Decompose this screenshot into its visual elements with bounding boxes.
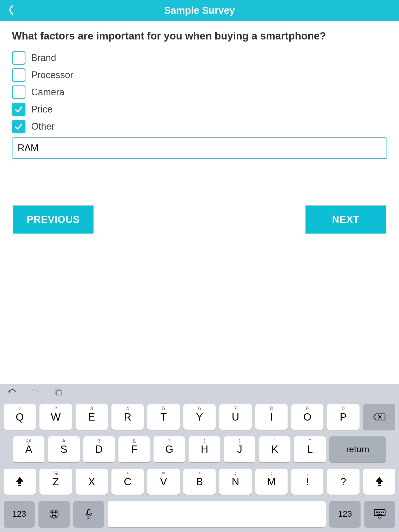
check-icon (14, 122, 23, 131)
shift-icon (15, 476, 24, 487)
key-sub: " (309, 438, 311, 444)
numbers-key-right[interactable]: 123 (329, 501, 361, 527)
options-list: BrandProcessorCameraPriceOther (12, 51, 387, 133)
backspace-key[interactable] (363, 404, 395, 430)
key-sub: % (54, 470, 58, 476)
key-l[interactable]: "L (294, 436, 325, 462)
key-sub: 8 (270, 405, 273, 411)
checkbox[interactable] (12, 103, 25, 116)
space-key[interactable] (108, 501, 326, 527)
mic-key[interactable] (73, 501, 104, 527)
key-sub: 1 (18, 405, 21, 411)
previous-button[interactable]: PREVIOUS (13, 205, 94, 234)
checkbox[interactable] (12, 51, 25, 65)
option-row: Price (12, 103, 387, 116)
key-sub: ; (235, 470, 236, 476)
return-key[interactable]: return (329, 436, 386, 462)
mic-icon (85, 509, 92, 519)
survey-content: What factors are important for you when … (0, 21, 399, 243)
key-main: E (88, 411, 95, 423)
clipboard-icon[interactable] (54, 388, 62, 397)
keyboard-row-1: 1Q2W3E4R5T6Y7U8I9O0P (4, 404, 395, 430)
key-c[interactable]: +C (111, 469, 144, 495)
key-r[interactable]: 4R (111, 404, 144, 430)
key-y[interactable]: 6Y (183, 404, 216, 430)
key-e[interactable]: 3E (76, 404, 108, 430)
key-i[interactable]: 8I (255, 404, 288, 430)
key-s[interactable]: #S (48, 436, 79, 462)
key-sub: 2 (54, 405, 57, 411)
key-g[interactable]: *G (154, 436, 185, 462)
svg-rect-20 (383, 512, 384, 513)
globe-key[interactable] (38, 501, 70, 527)
key-z[interactable]: %Z (39, 469, 72, 495)
key-w[interactable]: 2W (39, 404, 72, 430)
key-sub: . (343, 470, 344, 476)
key-j[interactable]: )J (224, 436, 255, 462)
key-o[interactable]: 9O (291, 404, 323, 430)
key-sub: = (162, 470, 165, 476)
svg-rect-15 (383, 511, 384, 511)
key-main: A (25, 443, 32, 455)
key-main: K (271, 443, 278, 455)
key-b[interactable]: /B (183, 469, 216, 495)
key-main: V (160, 476, 167, 488)
key-x[interactable]: -X (76, 469, 108, 495)
key-f[interactable]: &F (118, 436, 150, 462)
keyboard-toolbar (0, 384, 399, 401)
redo-icon[interactable] (31, 388, 40, 396)
key-main: Z (52, 476, 59, 488)
backspace-icon (373, 413, 385, 421)
shift-key-right[interactable] (363, 469, 395, 495)
key-?[interactable]: .? (327, 469, 359, 495)
svg-rect-19 (381, 512, 382, 513)
key-v[interactable]: =V (147, 469, 179, 495)
option-label: Brand (31, 52, 56, 63)
next-button[interactable]: NEXT (305, 205, 386, 234)
key-main: N (232, 476, 239, 488)
checkbox[interactable] (12, 68, 25, 82)
key-q[interactable]: 1Q (4, 404, 36, 430)
nav-buttons: PREVIOUS NEXT (12, 205, 387, 234)
option-label: Processor (31, 70, 73, 81)
svg-rect-7 (88, 509, 90, 515)
app-header: Sample Survey (0, 0, 399, 21)
option-row: Brand (12, 51, 387, 65)
key-sub: - (91, 470, 93, 476)
key-p[interactable]: 0P (327, 404, 359, 430)
key-k[interactable]: 'K (259, 436, 290, 462)
shift-key-left[interactable] (4, 469, 36, 495)
key-a[interactable]: @A (13, 436, 44, 462)
key-main: Q (16, 411, 24, 423)
undo-icon[interactable] (7, 388, 17, 396)
key-d[interactable]: ₹D (83, 436, 115, 462)
keyboard-row-4: 123123 (4, 501, 395, 527)
keyboard-row-3: %Z-X+C=V/B;N:M,!.? (4, 469, 395, 495)
other-text-input[interactable] (12, 137, 387, 159)
key-main: J (237, 443, 242, 455)
key-main: P (340, 411, 347, 423)
key-main: F (131, 443, 137, 455)
svg-rect-13 (379, 511, 380, 511)
numbers-key-left[interactable]: 123 (4, 501, 35, 527)
key-sub: 5 (162, 405, 165, 411)
key-main: ! (306, 476, 309, 488)
svg-rect-17 (377, 512, 378, 513)
back-button[interactable] (8, 5, 14, 16)
checkbox[interactable] (12, 85, 25, 99)
key-![interactable]: ,! (291, 469, 323, 495)
svg-rect-21 (377, 514, 382, 515)
key-main: M (267, 476, 276, 488)
key-t[interactable]: 5T (147, 404, 179, 430)
key-h[interactable]: (H (189, 436, 220, 462)
key-m[interactable]: :M (255, 469, 288, 495)
hide-keyboard-key[interactable] (364, 501, 395, 527)
key-n[interactable]: ;N (219, 469, 251, 495)
globe-icon (49, 509, 59, 519)
checkbox[interactable] (12, 120, 25, 133)
key-sub: ₹ (97, 438, 101, 444)
key-main: X (88, 476, 95, 488)
keyboard-row-2: @A#S₹D&F*G(H)J'K"Lreturn (4, 436, 395, 462)
key-u[interactable]: 7U (219, 404, 251, 430)
option-label: Other (31, 121, 55, 132)
